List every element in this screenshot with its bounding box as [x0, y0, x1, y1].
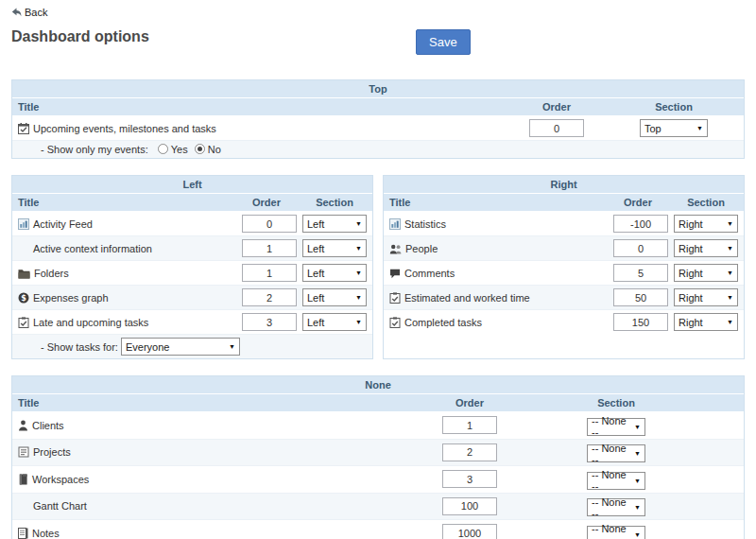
row-title-label: Folders [34, 268, 69, 279]
section-select[interactable]: Left▼ [302, 215, 367, 233]
svg-text:$: $ [21, 293, 26, 302]
radio-no[interactable] [195, 144, 205, 154]
row-order-cell [236, 286, 297, 310]
row-title-cell: Statistics [384, 212, 608, 236]
row-title-cell: Projects [12, 439, 394, 466]
column-order: Order [236, 194, 297, 212]
order-input[interactable] [442, 524, 497, 539]
tasks-icon [18, 317, 29, 328]
statistics-icon [389, 218, 401, 230]
radio-yes[interactable] [158, 144, 168, 154]
section-select[interactable]: Left▼ [302, 313, 367, 331]
row-order-cell [236, 212, 297, 236]
section-select[interactable]: -- None --▼ [587, 418, 645, 436]
row-title-cell: People [384, 236, 608, 261]
section-select[interactable]: Left▼ [302, 239, 367, 257]
section-select[interactable]: Left▼ [302, 288, 367, 306]
order-input[interactable] [529, 119, 584, 137]
back-link[interactable]: Back [11, 7, 47, 18]
order-input[interactable] [613, 239, 668, 257]
table-row: Notes-- None --▼ [12, 520, 744, 539]
people-icon [389, 244, 402, 254]
row-section-cell: -- None --▼ [545, 412, 687, 440]
section-select[interactable]: -- None --▼ [587, 444, 645, 462]
table-sub-row: - Show only my events: YesNo [12, 141, 744, 159]
chevron-down-icon: ▼ [727, 294, 733, 301]
order-input[interactable] [613, 264, 668, 282]
radio-option-label: Yes [171, 144, 188, 155]
spacer-cell [687, 466, 744, 494]
section-select[interactable]: -- None --▼ [587, 498, 645, 516]
order-input[interactable] [242, 239, 297, 257]
section-select[interactable]: Right▼ [674, 288, 738, 306]
section-table-top: Top Title Order Section Upcoming events,… [11, 79, 745, 159]
sub-row-cell: - Show only my events: YesNo [12, 141, 744, 159]
row-title-cell: Late and upcoming tasks [12, 310, 236, 335]
order-input[interactable] [242, 288, 297, 306]
row-section-cell: -- None --▼ [545, 439, 687, 466]
chevron-down-icon: ▼ [634, 504, 641, 511]
back-arrow-icon [11, 8, 22, 17]
selected-option-label: -- None -- [592, 496, 630, 519]
folder-icon [18, 269, 30, 279]
client-icon [18, 420, 28, 431]
show-tasks-for-select[interactable]: Everyone▼ [121, 338, 240, 356]
row-title-cell: Notes [12, 520, 394, 539]
section-table-right: Right Title Order Section StatisticsRigh… [383, 175, 745, 359]
column-order: Order [509, 98, 604, 116]
row-section-cell: Left▼ [297, 212, 372, 236]
column-title: Title [12, 394, 394, 412]
activity-feed-icon [18, 218, 29, 230]
selected-option-label: -- None -- [592, 523, 630, 539]
table-row: Estimated and worked timeRight▼ [384, 286, 744, 310]
section-select[interactable]: -- None --▼ [587, 526, 645, 539]
section-select[interactable]: -- None --▼ [587, 472, 645, 490]
table-row: CommentsRight▼ [384, 261, 744, 286]
selected-option-label: Left [307, 317, 324, 328]
spacer-cell [687, 439, 744, 466]
row-title-cell: Upcoming events, milestones and tasks [12, 116, 509, 141]
chevron-down-icon: ▼ [355, 245, 362, 252]
selected-option-label: -- None -- [592, 443, 630, 465]
row-title-label: Upcoming events, milestones and tasks [33, 123, 216, 134]
order-input[interactable] [442, 470, 497, 488]
row-section-cell: Right▼ [668, 261, 744, 286]
row-section-cell: -- None --▼ [545, 493, 687, 520]
section-select[interactable]: Right▼ [674, 313, 738, 331]
selected-option-label: Right [679, 268, 703, 279]
order-input[interactable] [242, 313, 297, 331]
table-row: Gantt Chart-- None --▼ [12, 493, 744, 520]
order-input[interactable] [442, 443, 497, 461]
page-title: Dashboard options [11, 28, 745, 45]
chevron-down-icon: ▼ [727, 270, 733, 276]
row-order-cell [236, 236, 297, 261]
section-select[interactable]: Left▼ [302, 264, 367, 282]
order-input[interactable] [242, 264, 297, 282]
column-order: Order [608, 194, 668, 212]
section-select[interactable]: Right▼ [674, 239, 738, 257]
order-input[interactable] [442, 416, 497, 434]
row-title-cell: $Expenses graph [12, 286, 236, 310]
chevron-down-icon: ▼ [727, 319, 733, 325]
column-section: Section [668, 194, 744, 212]
column-title: Title [12, 194, 236, 212]
row-order-cell [394, 520, 545, 539]
order-input[interactable] [442, 497, 497, 515]
column-header-row: Title Order Section [12, 394, 744, 412]
save-button-top[interactable]: Save [416, 29, 471, 55]
order-input[interactable] [613, 288, 668, 306]
spacer-cell [687, 412, 744, 440]
chevron-down-icon: ▼ [229, 343, 235, 350]
section-select[interactable]: Right▼ [674, 215, 738, 233]
order-input[interactable] [242, 215, 297, 233]
section-select[interactable]: Top▼ [640, 119, 708, 137]
table-top-header: Top [12, 80, 744, 98]
row-title-cell: Estimated and worked time [384, 286, 608, 310]
row-order-cell [608, 286, 668, 310]
selected-option-label: Right [679, 292, 703, 304]
section-select[interactable]: Right▼ [674, 264, 738, 282]
order-input[interactable] [613, 313, 668, 331]
selected-option-label: Top [644, 123, 662, 134]
order-input[interactable] [613, 215, 668, 233]
selected-option-label: Everyone [126, 341, 169, 353]
